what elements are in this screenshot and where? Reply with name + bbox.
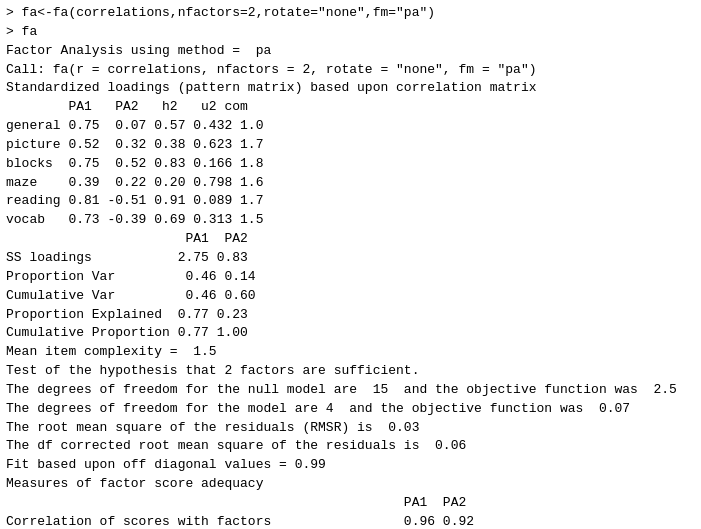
console-line: The df corrected root mean square of the…: [6, 437, 695, 456]
console-line: maze 0.39 0.22 0.20 0.798 1.6: [6, 174, 695, 193]
console-line: SS loadings 2.75 0.83: [6, 249, 695, 268]
console-line: Mean item complexity = 1.5: [6, 343, 695, 362]
console-line: Correlation of scores with factors 0.96 …: [6, 513, 695, 529]
console-line: PA1 PA2 h2 u2 com: [6, 98, 695, 117]
console-line: Measures of factor score adequacy: [6, 475, 695, 494]
console-line: Proportion Var 0.46 0.14: [6, 268, 695, 287]
console-line: Cumulative Var 0.46 0.60: [6, 287, 695, 306]
console-line: reading 0.81 -0.51 0.91 0.089 1.7: [6, 192, 695, 211]
console-line: Cumulative Proportion 0.77 1.00: [6, 324, 695, 343]
console-line: PA1 PA2: [6, 230, 695, 249]
console-line: vocab 0.73 -0.39 0.69 0.313 1.5: [6, 211, 695, 230]
console-line: Test of the hypothesis that 2 factors ar…: [6, 362, 695, 381]
console-output: > fa<-fa(correlations,nfactors=2,rotate=…: [0, 0, 701, 529]
console-line: picture 0.52 0.32 0.38 0.623 1.7: [6, 136, 695, 155]
console-line: Standardized loadings (pattern matrix) b…: [6, 79, 695, 98]
console-line: > fa<-fa(correlations,nfactors=2,rotate=…: [6, 4, 695, 23]
console-line: Fit based upon off diagonal values = 0.9…: [6, 456, 695, 475]
console-line: The degrees of freedom for the null mode…: [6, 381, 695, 400]
console-line: The degrees of freedom for the model are…: [6, 400, 695, 419]
console-line: Proportion Explained 0.77 0.23: [6, 306, 695, 325]
console-line: Call: fa(r = correlations, nfactors = 2,…: [6, 61, 695, 80]
console-line: The root mean square of the residuals (R…: [6, 419, 695, 438]
console-line: > fa: [6, 23, 695, 42]
console-line: PA1 PA2: [6, 494, 695, 513]
console-line: general 0.75 0.07 0.57 0.432 1.0: [6, 117, 695, 136]
console-line: blocks 0.75 0.52 0.83 0.166 1.8: [6, 155, 695, 174]
console-line: Factor Analysis using method = pa: [6, 42, 695, 61]
